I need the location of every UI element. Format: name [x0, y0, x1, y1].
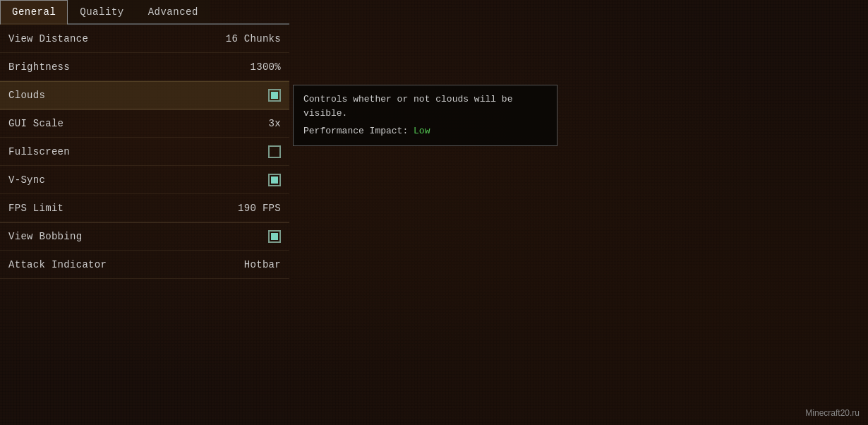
tab-quality[interactable]: Quality	[68, 0, 135, 23]
clouds-label: Clouds	[8, 90, 45, 101]
tabs-container: General Quality Advanced	[0, 0, 289, 25]
tooltip-performance: Performance Impact: Low	[303, 124, 547, 138]
fps-limit-label: FPS Limit	[8, 203, 64, 214]
tab-advanced[interactable]: Advanced	[136, 0, 210, 23]
v-sync-checkbox[interactable]	[268, 174, 281, 186]
fps-limit-value: 190 FPS	[238, 203, 281, 214]
settings-list: View Distance 16 Chunks Brightness 1300%…	[0, 25, 289, 279]
watermark: Minecraft20.ru	[805, 408, 860, 418]
tab-general[interactable]: General	[0, 0, 68, 25]
view-distance-value: 16 Chunks	[226, 33, 281, 44]
tooltip: Controls whether or not clouds will be v…	[293, 85, 557, 146]
setting-gui-scale[interactable]: GUI Scale 3x	[0, 109, 289, 138]
v-sync-label: V-Sync	[8, 174, 45, 186]
setting-attack-indicator[interactable]: Attack Indicator Hotbar	[0, 251, 289, 279]
setting-view-bobbing[interactable]: View Bobbing	[0, 222, 289, 251]
tooltip-description: Controls whether or not clouds will be v…	[303, 92, 547, 120]
gui-scale-value: 3x	[269, 118, 281, 129]
setting-view-distance[interactable]: View Distance 16 Chunks	[0, 25, 289, 53]
fullscreen-label: Fullscreen	[8, 146, 70, 157]
setting-v-sync[interactable]: V-Sync	[0, 166, 289, 194]
setting-fps-limit[interactable]: FPS Limit 190 FPS	[0, 194, 289, 222]
view-bobbing-checkbox[interactable]	[268, 230, 281, 243]
performance-label: Performance Impact:	[303, 126, 414, 136]
fullscreen-checkbox[interactable]	[268, 145, 281, 158]
view-bobbing-label: View Bobbing	[8, 231, 82, 242]
brightness-value: 1300%	[250, 61, 281, 73]
attack-indicator-label: Attack Indicator	[8, 259, 107, 270]
settings-panel: General Quality Advanced View Distance 1…	[0, 0, 289, 279]
clouds-checkbox[interactable]	[268, 89, 281, 102]
view-distance-label: View Distance	[8, 33, 88, 44]
attack-indicator-value: Hotbar	[244, 259, 281, 270]
gui-scale-label: GUI Scale	[8, 118, 64, 129]
setting-brightness[interactable]: Brightness 1300%	[0, 53, 289, 81]
performance-value: Low	[414, 126, 430, 136]
setting-clouds[interactable]: Clouds	[0, 81, 289, 109]
brightness-label: Brightness	[8, 61, 70, 73]
setting-fullscreen[interactable]: Fullscreen	[0, 138, 289, 166]
